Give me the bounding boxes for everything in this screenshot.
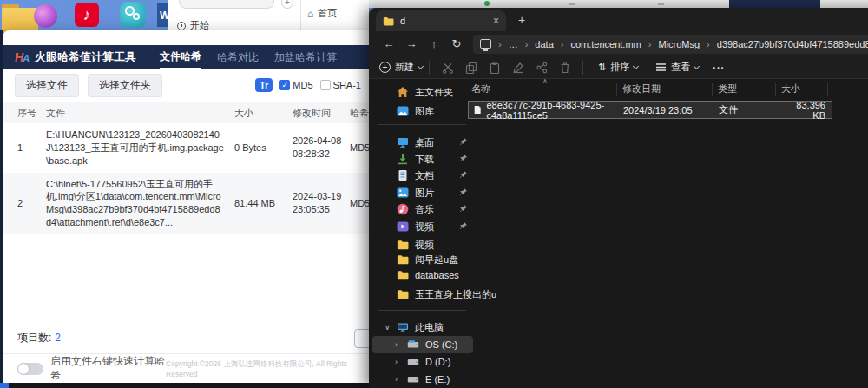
breadcrumb-item[interactable]: data xyxy=(535,39,553,49)
desktop-folder-icon[interactable] xyxy=(2,4,38,32)
breadcrumb-item[interactable]: MicroMsg xyxy=(658,39,700,49)
new-tab-button[interactable]: + xyxy=(518,13,525,27)
row-index: 2 xyxy=(17,198,46,208)
tr-badge-icon[interactable]: Tr xyxy=(255,78,273,92)
pin-icon xyxy=(458,137,468,147)
sort-label: 排序 xyxy=(610,61,629,74)
select-file-button[interactable]: 选择文件 xyxy=(15,74,79,97)
add-button[interactable]: + xyxy=(281,0,293,9)
sidebar-item-pictures[interactable]: 图片 xyxy=(372,184,473,201)
search-input[interactable] xyxy=(179,0,274,9)
sidebar-folder-databases[interactable]: databases xyxy=(372,266,473,284)
file-size: 81.44 MB xyxy=(234,198,293,208)
sidebar-drive-d[interactable]: › D (D:) xyxy=(372,353,473,371)
sidebar-drive-c[interactable]: › OS (C:) xyxy=(372,336,473,353)
chevron-collapsed-icon[interactable]: › xyxy=(395,375,398,384)
forward-icon[interactable]: → xyxy=(400,37,423,50)
left-window-edge xyxy=(0,30,3,388)
sidebar-folder-u-disk[interactable]: 闻早起u盘 xyxy=(372,251,473,268)
table-row: 2 C:\hlnet\5-1775560952\玉王直可用的手机.img\分区1… xyxy=(3,173,373,234)
explorer-nav-bar: ← → ↑ ↻ › … › data › com.tencent.mm › Mi… xyxy=(369,31,868,56)
refresh-icon[interactable]: ↻ xyxy=(445,37,468,50)
column-name[interactable]: 名称 xyxy=(471,82,490,95)
app-title: 火眼哈希值计算工具 xyxy=(35,49,136,65)
items-count: 项目数:2 xyxy=(17,331,61,345)
table-row: 1 E:\HUANCUN\123123_20260403082140J\1231… xyxy=(3,123,373,173)
up-icon[interactable]: ↑ xyxy=(423,37,445,50)
paste-icon[interactable] xyxy=(483,62,506,74)
tab-hash-compare[interactable]: 哈希对比 xyxy=(217,45,259,69)
sidebar-drive-e[interactable]: › E (E:) xyxy=(372,371,473,388)
column-date[interactable]: 修改日期 xyxy=(622,82,661,95)
select-folder-button[interactable]: 选择文件夹 xyxy=(88,74,162,97)
tab-file-hash[interactable]: 文件哈希 xyxy=(160,45,201,69)
pin-icon xyxy=(458,187,468,197)
more-options-icon[interactable]: ··· xyxy=(713,62,725,73)
pin-icon xyxy=(458,154,468,163)
share-icon[interactable] xyxy=(529,62,553,74)
view-list-icon xyxy=(655,62,667,72)
home-label: 首页 xyxy=(318,7,337,20)
col-index: 序号 xyxy=(17,107,46,120)
new-label: 新建 xyxy=(395,61,414,74)
table-header-row: 序号 文件 大小 修改时间 哈希值 xyxy=(3,102,373,123)
file-size: 0 Bytes xyxy=(234,142,293,153)
sidebar-item-this-pc[interactable]: ∨ 此电脑 xyxy=(372,319,473,336)
chevron-collapsed-icon[interactable]: › xyxy=(395,340,398,349)
sidebar-item-home[interactable]: 主文件夹 xyxy=(372,83,473,101)
cut-icon[interactable] xyxy=(436,62,459,74)
folder-icon xyxy=(397,240,409,250)
sidebar-folder-searched-u[interactable]: 玉王直身上搜出的u xyxy=(372,286,473,303)
sidebar-item-gallery[interactable]: 图库 xyxy=(372,102,473,120)
file-row[interactable]: e8e3c77c-291b-4683-9425-c4a8a1115ce5 202… xyxy=(468,101,832,119)
back-icon[interactable]: ← xyxy=(378,37,400,50)
col-file: 文件 xyxy=(46,107,234,120)
file-mtime: 2026-04-0808:28:32 xyxy=(293,135,350,161)
column-type[interactable]: 类型 xyxy=(718,82,737,95)
tab-close-icon[interactable]: × xyxy=(493,15,499,27)
delete-icon[interactable] xyxy=(553,62,576,74)
hash-calculator-window: HA 火眼哈希值计算工具 文件哈希 哈希对比 加盐哈希计算 选择文件 选择文件夹… xyxy=(3,30,373,383)
context-menu-toggle[interactable] xyxy=(17,363,43,375)
sidebar-item-downloads[interactable]: 下载 xyxy=(372,150,473,168)
sidebar-item-desktop[interactable]: 桌面 xyxy=(372,134,473,151)
file-icon xyxy=(474,104,481,115)
blue-accent xyxy=(0,383,9,388)
nav-home[interactable]: ⌂ 首页 xyxy=(307,7,337,20)
folder-icon xyxy=(397,254,409,265)
new-button[interactable]: + 新建 xyxy=(379,61,423,74)
gallery-icon xyxy=(397,105,409,117)
purple-app-icon[interactable] xyxy=(34,4,57,28)
explorer-body: 主文件夹 图库 桌面 下载 文档 图片 音乐 xyxy=(369,79,868,388)
sidebar-item-videos[interactable]: 视频 xyxy=(372,218,473,235)
chevron-collapsed-icon[interactable]: › xyxy=(395,358,398,366)
chevron-expanded-icon[interactable]: ∨ xyxy=(385,323,391,332)
copyright-text: Copyright ©2026 上海弘连网络科技有限公司, All Rights… xyxy=(166,359,365,378)
drive-icon xyxy=(407,373,419,385)
explorer-tab[interactable]: d × xyxy=(376,10,506,31)
rename-icon[interactable] xyxy=(506,62,529,74)
sidebar-item-documents[interactable]: 文档 xyxy=(372,167,473,184)
plus-circle-icon: + xyxy=(379,62,391,73)
bottom-strip xyxy=(0,383,369,388)
address-bar[interactable]: › … › data › com.tencent.mm › MicroMsg ›… xyxy=(473,35,868,54)
breadcrumb-item[interactable]: d398ac27b9bf370d4bf4715889edd8d4 xyxy=(717,39,868,49)
netease-music-icon[interactable]: ♪ xyxy=(75,3,99,27)
breadcrumb-overflow[interactable]: … xyxy=(509,39,518,49)
view-button[interactable]: 查看 xyxy=(655,61,699,74)
chevron-down-icon xyxy=(633,62,639,69)
column-size[interactable]: 大小 xyxy=(781,82,800,95)
copy-icon[interactable] xyxy=(459,62,483,74)
file-explorer-window: d × + ← → ↑ ↻ › … › data › com.tencent.m… xyxy=(369,8,868,388)
home-icon xyxy=(397,86,409,98)
breadcrumb-item[interactable]: com.tencent.mm xyxy=(570,39,641,49)
sort-button[interactable]: ⇅ 排序 xyxy=(598,61,638,74)
chevron-down-icon xyxy=(418,62,424,69)
sha1-checkbox[interactable]: SHA-1 xyxy=(320,80,361,90)
sort-arrows-icon: ⇅ xyxy=(598,62,606,73)
md5-checkbox[interactable]: ✓ MD5 xyxy=(279,80,312,90)
tab-salted-hash[interactable]: 加盐哈希计算 xyxy=(274,45,337,69)
hash-app-footer: 启用文件右键快速计算哈希 Copyright ©2026 上海弘连网络科技有限公… xyxy=(3,354,373,383)
sidebar-item-music[interactable]: 音乐 xyxy=(372,201,473,218)
teal-app-icon[interactable] xyxy=(120,2,146,28)
